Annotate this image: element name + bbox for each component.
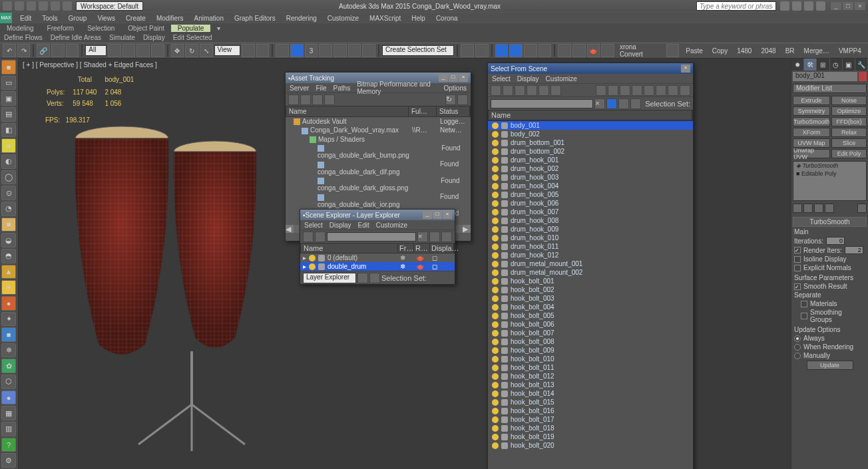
modifier-stack[interactable]: ◈ TurboSmooth ■ Editable Poly	[793, 161, 867, 201]
object-name-input[interactable]: body_001	[793, 72, 857, 81]
lt-icon[interactable]: ▣	[1, 91, 16, 106]
sfs-tb-icon[interactable]	[656, 85, 666, 96]
sfs-item[interactable]: drum_hook_003	[488, 173, 693, 182]
ribbon-panel-edit-selected[interactable]: Edit Selected	[173, 34, 212, 41]
se-menu-item[interactable]: Display	[329, 222, 351, 229]
sfs-tb-icon[interactable]	[539, 85, 549, 96]
menu-customize[interactable]: Customize	[322, 15, 364, 22]
se-col-name[interactable]: Name	[301, 243, 398, 253]
remove-mod-icon[interactable]	[825, 204, 834, 213]
qat-save-icon[interactable]	[27, 1, 36, 11]
qat-undo-icon[interactable]	[39, 1, 48, 11]
dialog-close-button[interactable]: ×	[681, 65, 690, 73]
selection-filter-combo[interactable]: All	[85, 45, 107, 56]
menu-rendering[interactable]: Rendering	[281, 15, 322, 22]
sfs-item[interactable]: drum_hook_010	[488, 234, 693, 242]
sfs-tb-icon[interactable]	[491, 85, 501, 96]
lt-icon[interactable]: ◒	[1, 233, 16, 247]
update-always-radio[interactable]	[794, 335, 801, 342]
mod-btn-ffdbox[interactable]: FFD(box)	[831, 117, 867, 126]
stack-item[interactable]: ◈ TurboSmooth	[793, 162, 866, 170]
lt-icon[interactable]: ?	[1, 438, 16, 452]
mod-btn-uvwmap[interactable]: UVW Map	[793, 138, 830, 148]
paste-button[interactable]: Paste	[682, 47, 707, 55]
ribbon-tab-freeform[interactable]: Freeform	[41, 25, 81, 32]
sfs-col-name[interactable]: Name	[489, 110, 692, 120]
lt-icon[interactable]: ▦	[1, 406, 16, 420]
dialog-close-button[interactable]: ×	[443, 211, 452, 219]
render-icon[interactable]: 🫖	[587, 44, 600, 57]
sfs-item[interactable]: drum_bottom_002	[488, 147, 693, 156]
menu-help[interactable]: Help	[406, 15, 431, 22]
object-color-swatch[interactable]	[859, 72, 867, 81]
sfs-item[interactable]: drum_metal_mount_002	[488, 268, 693, 277]
angle-snap-icon[interactable]	[290, 44, 304, 57]
at-row[interactable]: Autodesk VaultLogge…	[286, 117, 471, 126]
menu-tools[interactable]: Tools	[37, 15, 63, 22]
ribbon-tab-populate[interactable]: Populate	[171, 25, 210, 32]
sfs-tb-icon[interactable]	[644, 85, 654, 96]
pivot-icon[interactable]	[242, 44, 255, 57]
sfs-item[interactable]: drum_hook_001	[488, 156, 693, 164]
isoline-checkbox[interactable]	[794, 256, 801, 263]
se-tb-icon[interactable]	[315, 232, 326, 242]
layer-row[interactable]: ▸double_drum❄🫖◻	[300, 262, 455, 271]
sfs-tb-icon[interactable]	[632, 85, 642, 96]
at-tb-icon[interactable]	[312, 94, 323, 105]
window-close-button[interactable]: ×	[855, 2, 865, 10]
sfs-item[interactable]: hook_bolt_013	[488, 381, 693, 389]
layer-row[interactable]: ▸0 (default)❄🫖◻	[300, 253, 455, 262]
sfs-tb-icon[interactable]	[680, 85, 690, 96]
ribbon-tab-object paint[interactable]: Object Paint	[121, 25, 170, 32]
sfs-tb-icon[interactable]	[515, 85, 525, 96]
unlink-icon[interactable]	[51, 44, 65, 57]
lt-icon[interactable]: ▭	[1, 76, 16, 90]
lt-icon[interactable]: ▲	[1, 265, 16, 279]
sfs-item[interactable]: drum_bottom_001	[488, 138, 693, 147]
lt-icon[interactable]: ■	[1, 60, 16, 75]
se-col-frozen[interactable]: Fr…	[398, 243, 414, 253]
at-menu-item[interactable]: Options	[444, 84, 467, 92]
qat-open-icon[interactable]	[15, 1, 24, 11]
sfs-tb-icon[interactable]	[527, 85, 537, 96]
at-tb-icon[interactable]	[300, 94, 311, 105]
mirror-icon[interactable]	[461, 44, 474, 57]
at-row[interactable]: Conga_Dark_Wood_vray.max\\R…Netw…	[286, 126, 471, 134]
layer-explorer-combo[interactable]: Layer Explorer	[303, 273, 356, 283]
lt-icon[interactable]: ◧	[1, 123, 16, 138]
se-search-input[interactable]	[327, 232, 416, 241]
rotate-icon[interactable]: ↻	[185, 44, 198, 57]
menu-animation[interactable]: Animation	[188, 15, 228, 22]
snap-toggle-icon[interactable]	[276, 44, 289, 57]
mod-btn-relax[interactable]: Relax	[831, 128, 867, 137]
sfs-item[interactable]: drum_hook_008	[488, 216, 693, 225]
schematic-view-icon[interactable]	[524, 44, 537, 57]
scale-icon[interactable]: ⤡	[200, 44, 213, 57]
sfs-item[interactable]: body_001	[488, 121, 693, 130]
sfs-tb-icon[interactable]	[668, 85, 678, 96]
viewport-label[interactable]: [ + ] [ Perspective ] [ Shaded + Edged F…	[23, 61, 157, 69]
br-label[interactable]: BR	[781, 47, 799, 55]
window-maximize-button[interactable]: □	[843, 2, 853, 10]
percent-snap-icon[interactable]: 3	[305, 44, 318, 57]
tab-hierarchy-icon[interactable]: ⊞	[817, 59, 829, 71]
sfs-item[interactable]: drum_hook_012	[488, 251, 693, 259]
undo-icon[interactable]: ↶	[3, 44, 16, 57]
unique-icon[interactable]	[814, 204, 823, 213]
sfs-item[interactable]: drum_hook_006	[488, 199, 693, 208]
se-menu-item[interactable]: Customize	[376, 222, 407, 229]
ribbon-expand-icon[interactable]: ▾	[210, 25, 227, 32]
vmpp-label[interactable]: VMPP4	[835, 47, 865, 55]
lt-icon[interactable]: ●	[1, 138, 16, 153]
configure-icon[interactable]	[857, 204, 867, 213]
workspace-combo[interactable]: Workspace: Default	[76, 1, 143, 11]
sfs-search-input[interactable]	[491, 99, 593, 108]
se-tb-icon[interactable]	[303, 232, 314, 242]
move-icon[interactable]: ✥	[171, 44, 184, 57]
at-menu-item[interactable]: Server	[290, 84, 309, 92]
tab-utilities-icon[interactable]: 🔧	[855, 59, 868, 71]
render-prod-icon[interactable]	[601, 44, 614, 57]
mod-btn-xform[interactable]: XForm	[793, 128, 830, 137]
mod-btn-editpoly[interactable]: Edit Poly	[831, 149, 867, 158]
sfs-menu-item[interactable]: Select	[492, 75, 511, 82]
